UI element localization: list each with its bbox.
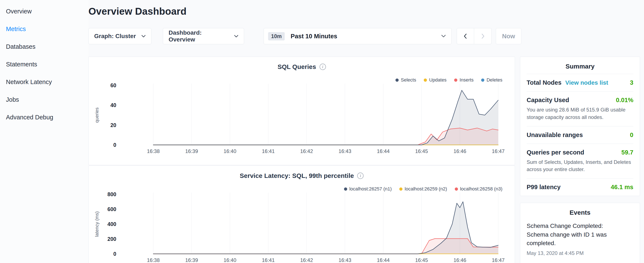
event-text: Schema Change Completed: Schema change w… — [527, 222, 626, 248]
chevron-down-icon — [436, 35, 446, 38]
summary-title: Summary — [520, 57, 640, 74]
summary-label: Queries per second — [527, 149, 584, 156]
time-range-label: Past 10 Minutes — [291, 33, 337, 40]
events-panel: Events Schema Change Completed: Schema c… — [520, 203, 640, 263]
svg-text:16:47: 16:47 — [492, 148, 504, 154]
sidebar-item-metrics[interactable]: Metrics — [6, 20, 88, 38]
sidebar-item-jobs[interactable]: Jobs — [6, 91, 88, 109]
svg-text:60: 60 — [110, 82, 116, 88]
chart-plot[interactable]: 16:3816:3916:4016:4116:4216:4316:4416:45… — [89, 57, 515, 157]
event-timestamp: May 13, 2020 at 4:45 PM — [527, 250, 633, 256]
svg-text:16:44: 16:44 — [377, 257, 390, 263]
sidebar: OverviewMetricsDatabasesStatementsNetwor… — [0, 0, 88, 263]
svg-text:400: 400 — [107, 221, 116, 227]
svg-text:queries: queries — [94, 107, 100, 123]
summary-row-total-nodes: Total Nodes View nodes list 3 — [527, 74, 633, 91]
svg-text:16:39: 16:39 — [185, 257, 198, 263]
service-latency-chart-card: Service Latency: SQL, 99th percentile i … — [88, 166, 515, 263]
svg-text:16:44: 16:44 — [377, 148, 390, 154]
summary-label: Total Nodes — [527, 79, 562, 86]
svg-text:16:45: 16:45 — [415, 148, 428, 154]
svg-text:16:43: 16:43 — [338, 148, 351, 154]
summary-value: 0 — [630, 132, 633, 139]
summary-value: 0.01% — [616, 97, 633, 104]
summary-label: Unavailable ranges — [527, 132, 583, 139]
svg-text:20: 20 — [110, 122, 116, 128]
svg-text:16:42: 16:42 — [300, 257, 313, 263]
summary-description: Sum of Selects, Updates, Inserts, and De… — [527, 158, 633, 173]
svg-text:16:39: 16:39 — [185, 148, 198, 154]
svg-text:latency (ms): latency (ms) — [94, 211, 100, 237]
summary-row-unavailable-ranges: Unavailable ranges 0 — [527, 126, 633, 144]
next-range-button[interactable] — [474, 28, 492, 44]
page-title: Overview Dashboard — [88, 6, 186, 17]
svg-text:16:46: 16:46 — [454, 257, 466, 263]
summary-row-queries-per-second: Queries per second 59.7 Sum of Selects, … — [527, 144, 633, 178]
time-step-buttons — [457, 28, 492, 44]
svg-text:16:38: 16:38 — [147, 148, 160, 154]
svg-text:40: 40 — [110, 102, 116, 108]
sidebar-item-advanced-debug[interactable]: Advanced Debug — [6, 109, 88, 126]
summary-description: You are using 28.6 MiB of 515.9 GiB usab… — [527, 106, 633, 121]
now-button[interactable]: Now — [496, 28, 521, 44]
right-column: Summary Total Nodes View nodes list 3 Ca… — [520, 57, 640, 263]
graph-dropdown[interactable]: Graph: Cluster — [88, 28, 152, 44]
summary-value: 59.7 — [622, 149, 633, 156]
sidebar-item-databases[interactable]: Databases — [6, 38, 88, 56]
summary-row-p99-latency: P99 latency 46.1 ms — [527, 178, 633, 196]
svg-text:600: 600 — [107, 206, 116, 212]
charts-column: SQL Queries i SelectsUpdatesInsertsDelet… — [88, 57, 515, 263]
event-item[interactable]: Schema Change Completed: Schema change w… — [520, 220, 640, 256]
svg-text:16:45: 16:45 — [415, 257, 428, 263]
chevron-down-icon — [229, 35, 238, 38]
svg-text:16:38: 16:38 — [147, 257, 160, 263]
summary-value: 46.1 ms — [611, 184, 633, 191]
dashboard-dropdown-label: Dashboard: Overview — [168, 29, 229, 43]
summary-rows: Total Nodes View nodes list 3 Capacity U… — [520, 74, 640, 196]
chart-plot[interactable]: 16:3816:3916:4016:4116:4216:4316:4416:45… — [89, 166, 515, 263]
chevron-down-icon — [136, 35, 146, 38]
svg-text:200: 200 — [107, 236, 116, 242]
svg-text:16:40: 16:40 — [224, 148, 236, 154]
summary-panel: Summary Total Nodes View nodes list 3 Ca… — [520, 57, 640, 196]
svg-text:0: 0 — [113, 251, 116, 257]
svg-text:16:43: 16:43 — [338, 257, 351, 263]
graph-dropdown-label: Graph: Cluster — [94, 33, 136, 40]
svg-text:16:47: 16:47 — [492, 257, 504, 263]
toolbar: Graph: Cluster Dashboard: Overview 10m P… — [88, 28, 535, 44]
svg-text:16:41: 16:41 — [262, 257, 275, 263]
sql-queries-chart-card: SQL Queries i SelectsUpdatesInsertsDelet… — [88, 57, 515, 165]
svg-text:16:41: 16:41 — [262, 148, 275, 154]
svg-text:800: 800 — [107, 191, 116, 197]
summary-row-capacity-used: Capacity Used 0.01% You are using 28.6 M… — [527, 91, 633, 126]
svg-text:0: 0 — [113, 142, 116, 148]
time-range-selector[interactable]: 10m Past 10 Minutes — [264, 28, 452, 44]
events-title: Events — [520, 203, 640, 220]
summary-label: P99 latency — [527, 184, 561, 191]
sidebar-item-overview[interactable]: Overview — [6, 3, 88, 20]
prev-range-button[interactable] — [457, 28, 474, 44]
summary-value: 3 — [630, 79, 633, 86]
svg-text:16:46: 16:46 — [454, 148, 466, 154]
summary-label: Capacity Used — [527, 97, 569, 104]
sidebar-item-network-latency[interactable]: Network Latency — [6, 73, 88, 91]
svg-text:16:40: 16:40 — [224, 257, 236, 263]
view-nodes-link[interactable]: View nodes list — [565, 79, 608, 86]
time-range-badge: 10m — [268, 32, 285, 41]
svg-text:16:42: 16:42 — [300, 148, 313, 154]
sidebar-item-statements[interactable]: Statements — [6, 56, 88, 73]
dashboard-dropdown[interactable]: Dashboard: Overview — [163, 28, 244, 44]
